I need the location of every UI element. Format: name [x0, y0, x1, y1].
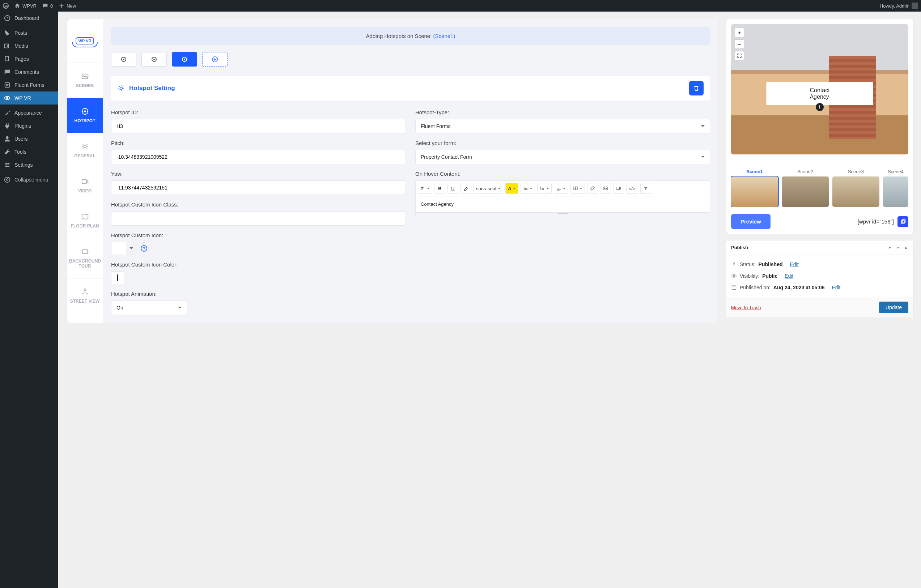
wp-logo[interactable]	[3, 3, 9, 9]
sidebar-item-wpvr[interactable]: WP VR	[0, 91, 58, 104]
zoom-out-button[interactable]: −	[735, 39, 744, 49]
sidebar-item-label: Media	[15, 43, 28, 49]
tab-general[interactable]: GENERAL	[67, 133, 103, 168]
new-content[interactable]: New	[59, 3, 76, 9]
zoom-in-button[interactable]: +	[735, 28, 744, 37]
rte-video-button[interactable]	[613, 183, 624, 194]
rte-toolbar: B U sans-serif A 123	[416, 181, 710, 197]
rte-font-value: sans-serif	[476, 186, 496, 191]
sidebar-item-label: WP VR	[15, 95, 31, 101]
rte-content[interactable]: Contact Agency	[416, 197, 710, 212]
sidebar-item-appearance[interactable]: Appearance	[0, 106, 58, 119]
hotspot-thumb-2[interactable]	[142, 52, 167, 67]
tab-street-view[interactable]: STREET VIEW	[67, 278, 103, 313]
chevron-up-icon[interactable]	[887, 245, 892, 250]
tab-video[interactable]: VIDEO	[67, 168, 103, 203]
sidebar-item-dashboard[interactable]: Dashboard	[0, 11, 58, 24]
copy-shortcode-button[interactable]	[898, 216, 908, 227]
admin-bar: WPVR 0 New Howdy, Admin	[0, 0, 921, 11]
delete-hotspot-button[interactable]	[689, 81, 704, 96]
hotspot-id-input[interactable]	[111, 119, 406, 133]
rte-align-button[interactable]	[554, 183, 568, 194]
sidebar-item-plugins[interactable]: Plugins	[0, 119, 58, 132]
tab-floor-plan[interactable]: FLOOR PLAN	[67, 203, 103, 238]
howdy[interactable]: Howdy, Admin	[880, 3, 918, 9]
move-to-trash-link[interactable]: Move to Trash	[731, 305, 761, 310]
rte-ol-button[interactable]: 123	[537, 183, 552, 194]
rte-ul-button[interactable]	[521, 183, 535, 194]
pitch-input[interactable]	[111, 150, 406, 164]
rte-magic-button[interactable]	[418, 183, 432, 194]
site-name: WPVR	[23, 3, 37, 9]
hotspot-thumb-1[interactable]	[111, 52, 137, 67]
scene-thumb-2[interactable]: Scene2	[782, 169, 829, 207]
hotspot-thumb-add[interactable]	[202, 52, 228, 67]
sidebar-item-tools[interactable]: Tools	[0, 145, 58, 158]
hotspot-marker[interactable]: i	[816, 103, 824, 111]
tab-background-tour[interactable]: BACKGROUND TOUR	[67, 238, 103, 278]
status-edit-link[interactable]: Edit	[790, 262, 798, 267]
sidebar-item-comments[interactable]: Comments	[0, 65, 58, 78]
rte-code-button[interactable]: </>	[626, 183, 638, 194]
visibility-edit-link[interactable]: Edit	[784, 273, 793, 279]
tab-label: VIDEO	[78, 188, 91, 193]
form-select[interactable]: Property Contact Form	[415, 150, 710, 164]
icon-class-input[interactable]	[111, 211, 406, 226]
scene-banner-scene[interactable]: (Scene1)	[433, 33, 456, 39]
rte-image-button[interactable]	[600, 183, 611, 194]
icon-class-label: Hotspot Custom Icon Class:	[111, 201, 406, 208]
svg-point-8	[8, 163, 9, 164]
sidebar-item-posts[interactable]: Posts	[0, 26, 58, 39]
sidebar-item-settings[interactable]: Settings	[0, 158, 58, 171]
rte-table-button[interactable]	[571, 183, 585, 194]
rte-font-select[interactable]: sans-serif	[474, 183, 503, 194]
rte-underline-button[interactable]: U	[447, 183, 458, 194]
scene-thumb-3[interactable]: Scene3	[832, 169, 879, 207]
animation-select[interactable]: On	[111, 300, 187, 315]
rte-highlight-button[interactable]: A	[505, 183, 518, 194]
panorama-preview[interactable]: + − Contact Agency i	[731, 24, 908, 154]
hotspot-type-select[interactable]: Fluent Forms	[415, 119, 710, 133]
comments-link[interactable]: 0	[42, 3, 53, 9]
custom-icon-select[interactable]	[111, 242, 137, 255]
icon-color-picker[interactable]	[111, 271, 124, 284]
calendar-icon	[731, 284, 737, 291]
svg-point-7	[6, 136, 8, 139]
sidebar-item-pages[interactable]: Pages	[0, 52, 58, 65]
hotspot-thumbs	[111, 52, 710, 67]
rte-link-button[interactable]	[587, 183, 598, 194]
svg-rect-37	[732, 286, 736, 289]
rte-eraser-button[interactable]	[460, 183, 471, 194]
status-label: Status:	[740, 262, 756, 267]
status-row: Status: Published Edit	[731, 258, 908, 270]
tab-label: SCENES	[76, 83, 94, 88]
preview-button[interactable]: Preview	[731, 214, 771, 229]
tab-scenes[interactable]: SCENES	[67, 63, 103, 97]
tab-hotspot[interactable]: HOTSPOT	[67, 97, 103, 133]
collapse-menu[interactable]: Collapse menu	[0, 173, 58, 186]
image-icon	[603, 186, 608, 191]
sidebar-item-fluent-forms[interactable]: Fluent Forms	[0, 78, 58, 91]
sidebar-item-media[interactable]: Media	[0, 39, 58, 52]
hotspot-thumb-3-active[interactable]	[172, 52, 197, 67]
fullscreen-button[interactable]	[735, 51, 744, 60]
rte-resize-handle[interactable]	[416, 212, 710, 216]
sidebar-item-users[interactable]: Users	[0, 132, 58, 145]
hotspot-id-label: Hotspot ID:	[111, 109, 406, 115]
chevron-down-icon[interactable]	[895, 245, 900, 250]
svg-point-14	[84, 110, 86, 112]
yaw-input[interactable]	[111, 180, 406, 195]
svg-rect-19	[88, 250, 88, 253]
rte-help-button[interactable]: ?	[640, 183, 651, 194]
scene-thumb-4[interactable]: Scene4	[883, 169, 908, 207]
eraser-icon	[464, 186, 469, 191]
update-button[interactable]: Update	[879, 302, 908, 313]
site-home[interactable]: WPVR	[15, 3, 37, 9]
tab-label: BACKGROUND TOUR	[69, 258, 101, 269]
help-icon[interactable]: ?	[141, 245, 147, 252]
tab-label: FLOOR PLAN	[71, 224, 99, 229]
rte-bold-button[interactable]: B	[434, 183, 445, 194]
published-edit-link[interactable]: Edit	[832, 284, 840, 291]
triangle-up-icon[interactable]	[903, 245, 908, 250]
scene-thumb-1[interactable]: Scene1	[731, 169, 778, 207]
